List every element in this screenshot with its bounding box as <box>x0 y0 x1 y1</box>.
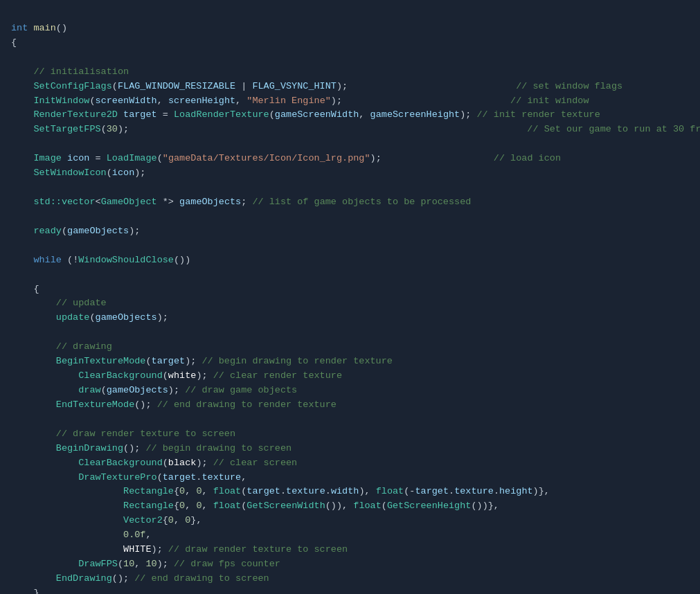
fn-windowshouldclose: WindowShouldClose <box>78 255 174 265</box>
fn-drawtexturepro: DrawTexturePro <box>78 472 156 483</box>
fn-begindrawing: BeginDrawing <box>56 443 123 453</box>
fn-setwindowicon: SetWindowIcon <box>33 168 106 178</box>
fn-begintexturemode: BeginTextureMode <box>56 356 146 366</box>
fn-initwindow: InitWindow <box>33 96 89 106</box>
comment-init: // initialisation <box>33 66 129 77</box>
fn-ready: ready <box>33 226 62 236</box>
fn-draw: draw <box>78 385 100 395</box>
type-image: Image <box>33 153 62 163</box>
fn-endtexturemode: EndTextureMode <box>56 399 134 410</box>
type-rendertexture2d: RenderTexture2D <box>33 109 118 120</box>
type-stdvector: std::vector <box>33 197 95 207</box>
fn-clearbackground-white: ClearBackground <box>78 370 163 381</box>
keyword-while: while <box>33 255 62 265</box>
comment-drawing: // drawing <box>56 341 112 352</box>
keyword-int: int <box>11 23 28 33</box>
fn-drawfps: DrawFPS <box>78 559 118 569</box>
code-editor: int main() { // initialisation SetConfig… <box>11 7 689 594</box>
function-main: main <box>33 23 55 33</box>
comment-draw-render: // draw render texture to screen <box>56 429 235 439</box>
comment-update: // update <box>56 298 107 308</box>
fn-setconfigflags: SetConfigFlags <box>33 81 111 91</box>
fn-enddrawing: EndDrawing <box>56 573 112 584</box>
fn-settargetfps: SetTargetFPS <box>33 124 100 134</box>
fn-clearbackground-black: ClearBackground <box>78 458 163 468</box>
fn-update: update <box>56 312 90 323</box>
